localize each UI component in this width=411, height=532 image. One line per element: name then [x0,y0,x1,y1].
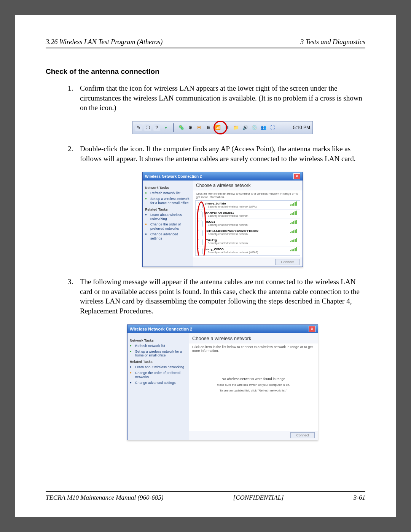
sidebar-learn[interactable]: Learn about wireless networking [130,365,187,369]
wlan-dialog-empty: Wireless Network Connection 2 × Network … [127,324,318,440]
ordered-list: Confirm that the icon for wireless LAN a… [46,83,365,450]
empty-sub2: To see an updated list, click "Refresh n… [197,389,310,392]
network-item[interactable]: WARPSTAR-DE2881Security-enabled wireless… [196,210,300,219]
sidebar-learn[interactable]: Learn about wireless networking [145,213,191,221]
dialog-titlebar: Wireless Network Connection 2 × [143,172,303,181]
network-item[interactable]: cherry_buffaloSecurity-enabled wireless … [196,201,300,210]
connect-button[interactable]: Connect [275,259,299,265]
header-rule [46,48,365,48]
connect-row: Connect [189,431,318,440]
dialog-titlebar: Wireless Network Connection 2 × [127,325,318,333]
sidebar-head-related: Related Tasks [130,360,187,364]
network-item[interactable]: herry_CISCOSecurity-enabled wireless net… [196,246,300,256]
network-security: Security-enabled wireless network [205,233,288,235]
shield-icon: ⛨ [196,124,203,131]
hint-text: Click an item in the list below to conne… [189,343,318,354]
page-footer: TECRA M10 Maintenance Manual (960-685) [… [46,472,365,502]
dialog-right: Choose a wireless network Click an item … [193,181,303,267]
pencil-icon: ✎ [135,124,142,131]
footer-center: [CONFIDENTIAL] [233,494,284,502]
close-icon[interactable]: × [309,326,315,332]
sidebar-order[interactable]: Change the order of preferred networks [130,371,187,379]
wlan-dialog: Wireless Network Connection 2 × Network … [142,172,303,267]
signal-icon [290,248,298,251]
network-security: Security-enabled wireless network [205,214,288,217]
expand-icon: ▾ [162,124,169,131]
footer-right: 3-61 [354,494,365,502]
header-right: 3 Tests and Diagnostics [300,38,365,46]
page: 3.26 Wireless LAN Test Program (Atheros)… [15,15,396,517]
signal-icon [290,238,298,242]
gear-icon: ⚙ [187,124,194,131]
empty-title: No wireless networks were found in range [197,377,310,381]
taskbar-divider [173,123,174,132]
network-security: Security-enabled wireless network [205,242,288,244]
sidebar-order[interactable]: Change the order of preferred networks [145,222,191,231]
display-icon: 🖵 [144,124,151,131]
highlight-circle [213,121,227,134]
network-item[interactable]: 063F8A440000076C7012C24FFDE092Security-e… [196,228,300,237]
sidebar-advanced[interactable]: Change advanced settings [145,232,191,241]
volume-icon: 🔊 [242,124,249,131]
monitor-icon: 🖥 [205,124,212,131]
sidebar-setup[interactable]: Set up a wireless network for a home or … [130,350,187,358]
network-name: OSCS1 [205,220,288,224]
dialog-sidebar: Network Tasks Refresh network list Set u… [127,333,189,440]
footer-rule [46,491,365,492]
header-left: 3.26 Wireless LAN Test Program (Atheros) [46,38,162,46]
resize-icon: ⛶ [269,124,276,131]
close-icon[interactable]: × [293,173,300,179]
empty-sub1: Make sure the wireless switch on your co… [197,383,310,387]
connect-button[interactable]: Connect [290,432,315,438]
section-title: Check of the antenna connection [46,67,365,76]
choose-heading: Choose a wireless network [189,333,318,343]
step-1: Confirm that the icon for wireless LAN a… [80,83,365,113]
network-name: herry_CISCO [205,248,288,251]
dialog-right: Choose a wireless network Click an item … [189,333,318,440]
signal-icon [290,211,298,215]
signal-icon [290,220,298,224]
page-header: 3.26 Wireless LAN Test Program (Atheros)… [46,38,365,46]
antivirus-icon: 🦠 [178,124,185,131]
choose-heading: Choose a wireless network [193,181,303,190]
network-item[interactable]: OSCS1Security-enabled wireless network [196,219,300,228]
signal-icon [290,202,298,206]
network-list[interactable]: cherry_buffaloSecurity-enabled wireless … [195,200,300,256]
taskbar: ✎ 🖵 ? ▾ 🦠 ⚙ ⛨ 🖥 📶 🖥 📁 🔊 💿 👥 ⛶ 5:10 PM [132,121,313,134]
connect-row: Connect [193,257,303,267]
dialog-title: Wireless Network Connection 2 [145,174,202,179]
sidebar-head-network: Network Tasks [130,339,187,342]
network-name: PS2-11g [205,238,288,242]
sidebar-setup[interactable]: Set up a wireless network for a home or … [145,197,191,205]
help-icon: ? [153,124,160,131]
network-item[interactable]: PS2-11gSecurity-enabled wireless network [196,237,300,246]
network-security: Security-enabled wireless network (WPA2) [205,251,288,254]
network-name: 063F8A440000076C7012C24FFDE092 [205,229,288,233]
highlight-oval [197,201,206,256]
network-name: cherry_buffalo [205,202,288,205]
footer-left: TECRA M10 Maintenance Manual (960-685) [46,494,163,502]
network-name: WARPSTAR-DE2881 [205,211,288,214]
hint-text: Click an item in the list below to conne… [193,190,303,200]
sidebar-head-related: Related Tasks [145,208,191,211]
disc-icon: 💿 [251,124,258,131]
step-2: Double-click the icon. If the computer f… [80,144,365,163]
sidebar-head-network: Network Tasks [145,186,191,190]
sidebar-refresh[interactable]: Refresh network list [145,191,191,195]
taskbar-clock: 5:10 PM [293,125,310,130]
people-icon: 👥 [260,124,267,131]
empty-message: No wireless networks were found in range… [189,354,318,431]
sidebar-advanced[interactable]: Change advanced settings [130,381,187,385]
folder-icon: 📁 [233,124,239,131]
figure-taskbar: ✎ 🖵 ? ▾ 🦠 ⚙ ⛨ 🖥 📶 🖥 📁 🔊 💿 👥 ⛶ 5:10 PM [80,121,365,134]
figure-dialog-found: Wireless Network Connection 2 × Network … [80,172,365,267]
sidebar-refresh[interactable]: Refresh network list [130,344,187,348]
network-security: Security-enabled wireless network [205,224,288,226]
signal-icon [290,229,298,233]
network-security: Security-enabled wireless network (WPA) [205,205,288,208]
step-3: The following message will appear if the… [80,277,365,316]
dialog-sidebar: Network Tasks Refresh network list Set u… [143,181,193,267]
dialog-title: Wireless Network Connection 2 [130,327,192,331]
figure-dialog-empty: Wireless Network Connection 2 × Network … [80,324,365,440]
